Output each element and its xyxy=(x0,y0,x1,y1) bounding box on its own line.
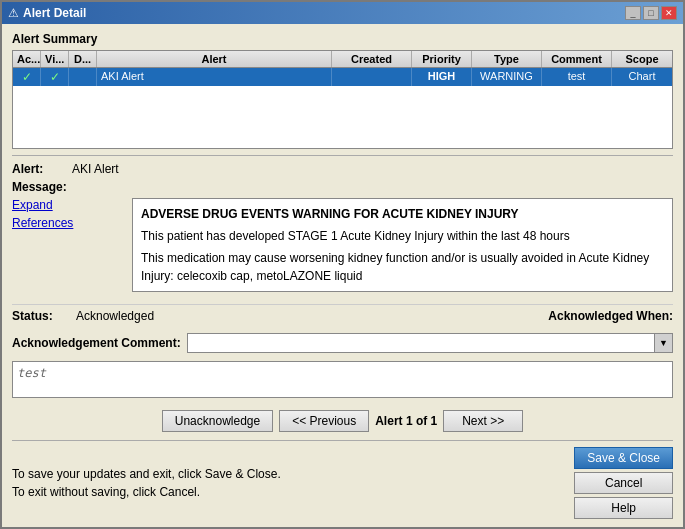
alert-name-value: AKI Alert xyxy=(72,162,119,176)
title-controls: _ □ ✕ xyxy=(625,6,677,20)
alert-table: Ac... Vi... D... Alert Created Priority … xyxy=(12,50,673,149)
left-links: Expand References xyxy=(12,198,72,292)
cell-comment: test xyxy=(542,68,612,86)
message-line-2: This patient has developed STAGE 1 Acute… xyxy=(141,227,664,245)
message-line-3: This medication may cause worsening kidn… xyxy=(141,249,664,285)
table-row[interactable]: ✓ ✓ AKI Alert HIGH WARNING test Chart xyxy=(13,68,672,86)
ack-when-label: Acknowledged When: xyxy=(548,309,673,323)
col-header-alert: Alert xyxy=(97,51,332,67)
footer-left: To save your updates and exit, click Sav… xyxy=(12,467,281,499)
check-icon: ✓ xyxy=(22,70,32,84)
status-right: Acknowledged When: xyxy=(548,309,673,323)
alert-label: Alert: xyxy=(12,162,72,176)
check-viewed-icon: ✓ xyxy=(50,70,60,84)
col-header-acknowledged: Ac... xyxy=(13,51,41,67)
message-line-1: ADVERSE DRUG EVENTS WARNING FOR ACUTE KI… xyxy=(141,205,664,223)
message-area: Expand References ADVERSE DRUG EVENTS WA… xyxy=(12,198,673,292)
message-box: ADVERSE DRUG EVENTS WARNING FOR ACUTE KI… xyxy=(132,198,673,292)
cell-scope: Chart xyxy=(612,68,672,86)
status-left: Status: Acknowledged xyxy=(12,309,154,323)
alert-detail-window: ⚠ Alert Detail _ □ ✕ Alert Summary Ac...… xyxy=(0,0,685,529)
cell-created xyxy=(332,68,412,86)
previous-button[interactable]: << Previous xyxy=(279,410,369,432)
col-header-scope: Scope xyxy=(612,51,672,67)
alert-icon: ⚠ xyxy=(8,6,19,20)
cancel-instruction: To exit without saving, click Cancel. xyxy=(12,485,281,499)
alert-counter: Alert 1 of 1 xyxy=(375,414,437,428)
comment-textarea[interactable]: test xyxy=(12,361,673,398)
alert-summary-label: Alert Summary xyxy=(12,32,673,46)
close-button[interactable]: ✕ xyxy=(661,6,677,20)
alert-detail-section: Alert: AKI Alert Message: Expand Referen… xyxy=(12,155,673,292)
alert-name-row: Alert: AKI Alert xyxy=(12,162,673,176)
footer-row: To save your updates and exit, click Sav… xyxy=(12,440,673,519)
maximize-button[interactable]: □ xyxy=(643,6,659,20)
alert-summary-section: Alert Summary Ac... Vi... D... Alert Cre… xyxy=(12,32,673,149)
col-header-type: Type xyxy=(472,51,542,67)
save-close-button[interactable]: Save & Close xyxy=(574,447,673,469)
minimize-button[interactable]: _ xyxy=(625,6,641,20)
status-value: Acknowledged xyxy=(76,309,154,323)
col-header-comment: Comment xyxy=(542,51,612,67)
title-bar: ⚠ Alert Detail _ □ ✕ xyxy=(2,2,683,24)
ack-input-wrapper: ▼ xyxy=(187,333,673,353)
cell-alert-name: AKI Alert xyxy=(97,68,332,86)
table-header: Ac... Vi... D... Alert Created Priority … xyxy=(13,51,672,68)
unacknowledge-button[interactable]: Unacknowledge xyxy=(162,410,273,432)
cell-priority: HIGH xyxy=(412,68,472,86)
ack-dropdown-arrow[interactable]: ▼ xyxy=(654,334,672,352)
status-row: Status: Acknowledged Acknowledged When: xyxy=(12,304,673,323)
footer-buttons: Save & Close Cancel Help xyxy=(574,447,673,519)
cell-acknowledged: ✓ xyxy=(13,68,41,86)
col-header-d: D... xyxy=(69,51,97,67)
status-label: Status: xyxy=(12,309,72,323)
cancel-button[interactable]: Cancel xyxy=(574,472,673,494)
expand-button[interactable]: Expand xyxy=(12,198,72,212)
action-buttons-row: Unacknowledge << Previous Alert 1 of 1 N… xyxy=(12,410,673,432)
col-header-created: Created xyxy=(332,51,412,67)
ack-comment-row: Acknowledgement Comment: ▼ xyxy=(12,333,673,353)
cell-type: WARNING xyxy=(472,68,542,86)
col-header-viewed: Vi... xyxy=(41,51,69,67)
cell-d xyxy=(69,68,97,86)
col-header-priority: Priority xyxy=(412,51,472,67)
ack-comment-input[interactable] xyxy=(188,337,654,349)
table-body: ✓ ✓ AKI Alert HIGH WARNING test Chart xyxy=(13,68,672,148)
title-bar-left: ⚠ Alert Detail xyxy=(8,6,86,20)
window-title: Alert Detail xyxy=(23,6,86,20)
next-button[interactable]: Next >> xyxy=(443,410,523,432)
message-label: Message: xyxy=(12,180,72,194)
content-area: Alert Summary Ac... Vi... D... Alert Cre… xyxy=(2,24,683,527)
references-button[interactable]: References xyxy=(12,216,72,230)
ack-comment-label: Acknowledgement Comment: xyxy=(12,336,181,350)
help-button[interactable]: Help xyxy=(574,497,673,519)
message-row: Message: xyxy=(12,180,673,194)
save-instruction: To save your updates and exit, click Sav… xyxy=(12,467,281,481)
cell-viewed: ✓ xyxy=(41,68,69,86)
